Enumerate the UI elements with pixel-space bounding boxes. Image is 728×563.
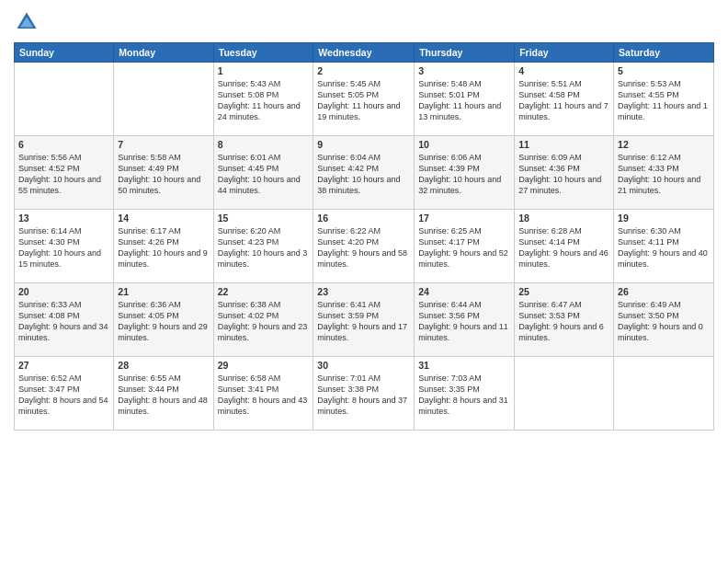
calendar-cell: 29Sunrise: 6:58 AM Sunset: 3:41 PM Dayli… xyxy=(213,357,313,431)
calendar-week-row: 20Sunrise: 6:33 AM Sunset: 4:08 PM Dayli… xyxy=(15,283,714,357)
day-number: 6 xyxy=(18,139,109,150)
calendar-header-row: SundayMondayTuesdayWednesdayThursdayFrid… xyxy=(15,43,714,63)
weekday-header: Thursday xyxy=(415,43,515,63)
header xyxy=(14,9,714,35)
day-number: 16 xyxy=(317,213,410,224)
day-number: 3 xyxy=(418,65,510,76)
calendar-cell: 13Sunrise: 6:14 AM Sunset: 4:30 PM Dayli… xyxy=(15,210,114,283)
calendar-cell: 14Sunrise: 6:17 AM Sunset: 4:26 PM Dayli… xyxy=(114,210,213,283)
day-info: Sunrise: 6:33 AM Sunset: 4:08 PM Dayligh… xyxy=(18,299,109,344)
day-number: 4 xyxy=(518,65,609,76)
calendar-week-row: 27Sunrise: 6:52 AM Sunset: 3:47 PM Dayli… xyxy=(15,357,714,431)
day-info: Sunrise: 6:36 AM Sunset: 4:05 PM Dayligh… xyxy=(118,299,209,344)
weekday-header: Tuesday xyxy=(213,43,313,63)
weekday-header: Wednesday xyxy=(313,43,415,63)
day-number: 14 xyxy=(118,213,209,224)
calendar-cell: 23Sunrise: 6:41 AM Sunset: 3:59 PM Dayli… xyxy=(313,283,415,357)
calendar-cell: 26Sunrise: 6:49 AM Sunset: 3:50 PM Dayli… xyxy=(614,283,714,357)
day-info: Sunrise: 6:28 AM Sunset: 4:14 PM Dayligh… xyxy=(518,225,609,270)
day-info: Sunrise: 6:12 AM Sunset: 4:33 PM Dayligh… xyxy=(618,152,710,197)
calendar-cell: 9Sunrise: 6:04 AM Sunset: 4:42 PM Daylig… xyxy=(313,136,415,210)
day-info: Sunrise: 6:30 AM Sunset: 4:11 PM Dayligh… xyxy=(618,225,710,270)
day-info: Sunrise: 5:58 AM Sunset: 4:49 PM Dayligh… xyxy=(118,152,209,197)
day-number: 29 xyxy=(218,360,310,371)
day-info: Sunrise: 5:51 AM Sunset: 4:58 PM Dayligh… xyxy=(518,78,609,123)
day-info: Sunrise: 6:52 AM Sunset: 3:47 PM Dayligh… xyxy=(18,373,109,418)
day-info: Sunrise: 5:48 AM Sunset: 5:01 PM Dayligh… xyxy=(418,78,510,123)
calendar-cell: 2Sunrise: 5:45 AM Sunset: 5:05 PM Daylig… xyxy=(313,63,415,136)
calendar-cell: 19Sunrise: 6:30 AM Sunset: 4:11 PM Dayli… xyxy=(614,210,714,283)
calendar-cell: 5Sunrise: 5:53 AM Sunset: 4:55 PM Daylig… xyxy=(614,63,714,136)
calendar-cell: 28Sunrise: 6:55 AM Sunset: 3:44 PM Dayli… xyxy=(114,357,213,431)
day-number: 27 xyxy=(18,360,109,371)
day-number: 30 xyxy=(317,360,410,371)
calendar-cell xyxy=(15,63,114,136)
page: SundayMondayTuesdayWednesdayThursdayFrid… xyxy=(0,0,728,563)
day-info: Sunrise: 6:44 AM Sunset: 3:56 PM Dayligh… xyxy=(418,299,510,344)
day-number: 28 xyxy=(118,360,209,371)
calendar-cell: 20Sunrise: 6:33 AM Sunset: 4:08 PM Dayli… xyxy=(15,283,114,357)
calendar-cell: 11Sunrise: 6:09 AM Sunset: 4:36 PM Dayli… xyxy=(515,136,614,210)
calendar-cell xyxy=(515,357,614,431)
day-number: 21 xyxy=(118,286,209,297)
calendar-cell: 31Sunrise: 7:03 AM Sunset: 3:35 PM Dayli… xyxy=(415,357,515,431)
logo-icon xyxy=(14,9,40,35)
calendar-cell: 27Sunrise: 6:52 AM Sunset: 3:47 PM Dayli… xyxy=(15,357,114,431)
weekday-header: Friday xyxy=(515,43,614,63)
calendar-cell: 12Sunrise: 6:12 AM Sunset: 4:33 PM Dayli… xyxy=(614,136,714,210)
day-info: Sunrise: 6:20 AM Sunset: 4:23 PM Dayligh… xyxy=(218,225,310,270)
day-number: 31 xyxy=(418,360,510,371)
calendar-cell: 22Sunrise: 6:38 AM Sunset: 4:02 PM Dayli… xyxy=(213,283,313,357)
day-number: 24 xyxy=(418,286,510,297)
day-info: Sunrise: 6:01 AM Sunset: 4:45 PM Dayligh… xyxy=(218,152,310,197)
calendar-cell: 10Sunrise: 6:06 AM Sunset: 4:39 PM Dayli… xyxy=(415,136,515,210)
calendar-cell: 1Sunrise: 5:43 AM Sunset: 5:08 PM Daylig… xyxy=(213,63,313,136)
calendar-cell: 6Sunrise: 5:56 AM Sunset: 4:52 PM Daylig… xyxy=(15,136,114,210)
day-number: 26 xyxy=(618,286,710,297)
day-info: Sunrise: 6:55 AM Sunset: 3:44 PM Dayligh… xyxy=(118,373,209,418)
calendar-week-row: 6Sunrise: 5:56 AM Sunset: 4:52 PM Daylig… xyxy=(15,136,714,210)
calendar-cell: 25Sunrise: 6:47 AM Sunset: 3:53 PM Dayli… xyxy=(515,283,614,357)
calendar-cell: 15Sunrise: 6:20 AM Sunset: 4:23 PM Dayli… xyxy=(213,210,313,283)
day-number: 23 xyxy=(317,286,410,297)
day-number: 7 xyxy=(118,139,209,150)
day-number: 12 xyxy=(618,139,710,150)
day-number: 10 xyxy=(418,139,510,150)
day-number: 5 xyxy=(618,65,710,76)
day-number: 15 xyxy=(218,213,310,224)
day-number: 13 xyxy=(18,213,109,224)
calendar-cell: 17Sunrise: 6:25 AM Sunset: 4:17 PM Dayli… xyxy=(415,210,515,283)
calendar-cell: 24Sunrise: 6:44 AM Sunset: 3:56 PM Dayli… xyxy=(415,283,515,357)
day-info: Sunrise: 6:04 AM Sunset: 4:42 PM Dayligh… xyxy=(317,152,410,197)
day-number: 18 xyxy=(518,213,609,224)
day-info: Sunrise: 6:38 AM Sunset: 4:02 PM Dayligh… xyxy=(218,299,310,344)
weekday-header: Sunday xyxy=(15,43,114,63)
day-info: Sunrise: 7:01 AM Sunset: 3:38 PM Dayligh… xyxy=(317,373,410,418)
day-number: 17 xyxy=(418,213,510,224)
calendar-cell: 21Sunrise: 6:36 AM Sunset: 4:05 PM Dayli… xyxy=(114,283,213,357)
weekday-header: Saturday xyxy=(614,43,714,63)
day-info: Sunrise: 5:53 AM Sunset: 4:55 PM Dayligh… xyxy=(618,78,710,123)
day-info: Sunrise: 5:43 AM Sunset: 5:08 PM Dayligh… xyxy=(218,78,310,123)
calendar-week-row: 1Sunrise: 5:43 AM Sunset: 5:08 PM Daylig… xyxy=(15,63,714,136)
weekday-header: Monday xyxy=(114,43,213,63)
day-info: Sunrise: 6:22 AM Sunset: 4:20 PM Dayligh… xyxy=(317,225,410,270)
calendar-cell: 7Sunrise: 5:58 AM Sunset: 4:49 PM Daylig… xyxy=(114,136,213,210)
day-info: Sunrise: 6:14 AM Sunset: 4:30 PM Dayligh… xyxy=(18,225,109,270)
calendar-cell: 8Sunrise: 6:01 AM Sunset: 4:45 PM Daylig… xyxy=(213,136,313,210)
day-number: 11 xyxy=(518,139,609,150)
calendar-cell xyxy=(114,63,213,136)
day-number: 9 xyxy=(317,139,410,150)
day-info: Sunrise: 5:56 AM Sunset: 4:52 PM Dayligh… xyxy=(18,152,109,197)
calendar-cell: 30Sunrise: 7:01 AM Sunset: 3:38 PM Dayli… xyxy=(313,357,415,431)
calendar-week-row: 13Sunrise: 6:14 AM Sunset: 4:30 PM Dayli… xyxy=(15,210,714,283)
day-number: 8 xyxy=(218,139,310,150)
calendar-cell: 4Sunrise: 5:51 AM Sunset: 4:58 PM Daylig… xyxy=(515,63,614,136)
day-info: Sunrise: 6:47 AM Sunset: 3:53 PM Dayligh… xyxy=(518,299,609,344)
day-info: Sunrise: 6:41 AM Sunset: 3:59 PM Dayligh… xyxy=(317,299,410,344)
day-info: Sunrise: 6:17 AM Sunset: 4:26 PM Dayligh… xyxy=(118,225,209,270)
day-info: Sunrise: 5:45 AM Sunset: 5:05 PM Dayligh… xyxy=(317,78,410,123)
calendar-cell: 3Sunrise: 5:48 AM Sunset: 5:01 PM Daylig… xyxy=(415,63,515,136)
day-info: Sunrise: 6:09 AM Sunset: 4:36 PM Dayligh… xyxy=(518,152,609,197)
day-number: 20 xyxy=(18,286,109,297)
